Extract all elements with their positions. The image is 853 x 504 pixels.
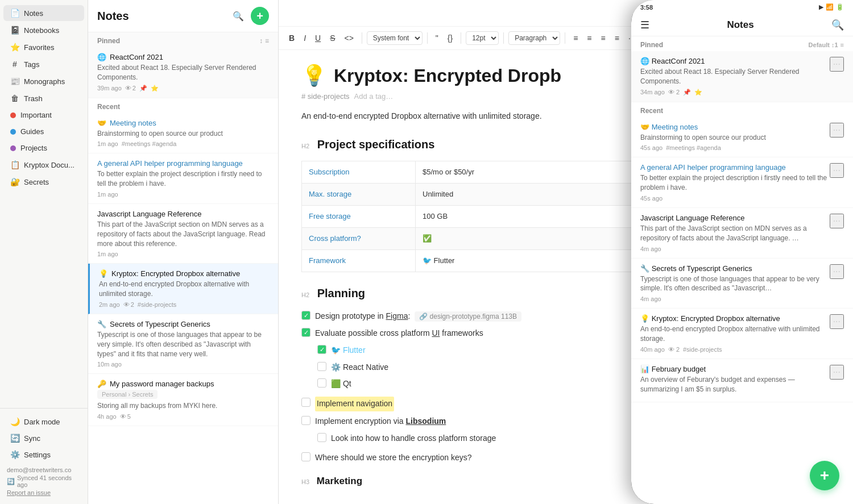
spec-key: Subscription [302, 161, 416, 183]
align-center-button[interactable]: ≡ [583, 31, 595, 45]
user-info: demo@streetwriters.co 🔄 Synced 41 second… [0, 463, 88, 499]
underline-button[interactable]: U [312, 31, 324, 45]
divider [461, 32, 461, 44]
mobile-note-api[interactable]: A general API helper programming languag… [631, 157, 853, 208]
sort-info[interactable]: Default ↕1 ≡ [809, 41, 844, 48]
menu-icon[interactable]: ☰ [640, 19, 649, 31]
note-title: 🤝 Meeting notes [97, 119, 269, 127]
mobile-note-title: 💡 Kryptox: Encrypted Dropbox alternative [640, 314, 830, 323]
add-note-button[interactable]: + [251, 7, 269, 25]
note-preview: Storing all my backups from MYKI here. [97, 401, 269, 411]
sidebar-item-sync[interactable]: 🔄 Sync [3, 430, 84, 446]
sidebar-item-notes[interactable]: 📄 Notes [3, 5, 84, 21]
mobile-note-js[interactable]: Javascript Language Reference This part … [631, 208, 853, 259]
checkbox-checked[interactable]: ✓ [301, 328, 310, 337]
sidebar-item-secrets[interactable]: 🔐 Secrets [3, 174, 84, 190]
mobile-more-button[interactable]: ··· [830, 314, 844, 329]
note-meta: 10m ago [97, 361, 269, 368]
mobile-note-content: 📊 February budget An overview of Feburar… [640, 365, 830, 397]
tag-side-projects[interactable]: # side-projects [301, 92, 350, 101]
quote-button[interactable]: " [432, 31, 442, 45]
sidebar-item-projects[interactable]: Projects [3, 140, 84, 156]
align-right-button[interactable]: ≡ [598, 31, 609, 45]
note-item-kryptox[interactable]: 💡 Kryptox: Encrypted Dropbox alternative… [88, 264, 278, 314]
notes-list-panel: Notes 🔍 + Pinned ↕ ≡ 🌐 ReactConf 2021 Ex… [88, 0, 279, 504]
note-meta: 2m ago 👁 2 #side-projects [99, 301, 269, 308]
mobile-note-preview: Typescript is one of those languages tha… [640, 274, 830, 294]
mobile-note-title: 🌐 ReactConf 2021 [640, 57, 830, 65]
justify-button[interactable]: ≡ [611, 31, 623, 45]
align-left-button[interactable]: ≡ [570, 31, 581, 45]
sidebar-item-important[interactable]: Important [3, 107, 84, 123]
bold-button[interactable]: B [285, 31, 298, 45]
checkbox-unchecked[interactable] [317, 378, 326, 388]
note-item-reactconf[interactable]: 🌐 ReactConf 2021 Excited about React 18.… [88, 47, 278, 98]
mobile-more-button[interactable]: ··· [830, 123, 844, 138]
mobile-note-ts[interactable]: 🔧 Secrets of Typescript Generics Typescr… [631, 259, 853, 309]
mobile-more-button[interactable]: ··· [830, 163, 844, 178]
sidebar-item-darkmode[interactable]: 🌙 Dark mode [3, 414, 84, 430]
mobile-fab-button[interactable]: + [810, 461, 839, 490]
note-item-js[interactable]: Javascript Language Reference This part … [88, 204, 278, 264]
font-selector[interactable]: System font [367, 31, 423, 45]
sort-controls[interactable]: ↕ ≡ [259, 37, 269, 45]
note-title[interactable]: Kryptox: Encrypted Dropb [334, 65, 561, 86]
mobile-note-reactconf[interactable]: 🌐 ReactConf 2021 Excited about React 18.… [631, 51, 853, 102]
note-meta: 1m ago [97, 191, 269, 198]
report-issue-link[interactable]: Report an issue [7, 489, 81, 496]
note-item-password[interactable]: 🔑 My password manager backups Personal ›… [88, 374, 278, 426]
checkbox-checked[interactable]: ✓ [317, 345, 326, 354]
mobile-status-bar: 3:58 ▶ 📶 🔋 [631, 0, 853, 14]
battery-icon: 🔋 [836, 3, 844, 11]
mobile-note-meta: 45s ago #meetings #agenda [640, 144, 830, 151]
checkbox-unchecked[interactable] [317, 362, 326, 371]
mobile-more-button[interactable]: ··· [830, 264, 844, 279]
checkbox-unchecked[interactable] [301, 398, 310, 407]
sidebar-item-trash[interactable]: 🗑 Trash [3, 90, 84, 106]
paragraph-selector[interactable]: Paragraph Heading 1 Heading 2 Heading 3 [508, 31, 560, 45]
mobile-more-button[interactable]: ··· [830, 365, 844, 380]
sidebar-item-favorites[interactable]: ⭐ Favorites [3, 39, 84, 55]
strikethrough-button[interactable]: S [326, 31, 338, 45]
checkbox-checked[interactable]: ✓ [301, 311, 310, 320]
note-item-typescript[interactable]: 🔧 Secrets of Typescript Generics Typescr… [88, 314, 278, 374]
codeblock-button[interactable]: {} [444, 31, 456, 45]
mobile-more-button[interactable]: ··· [830, 214, 844, 228]
mobile-overlay: 3:58 ▶ 📶 🔋 ☰ Notes 🔍 Pinned Default ↕1 ≡ [631, 0, 853, 504]
mobile-note-meeting[interactable]: 🤝 Meeting notes Brainstorming to open so… [631, 117, 853, 158]
mobile-search-icon[interactable]: 🔍 [831, 19, 844, 31]
mobile-note-kryptox[interactable]: 💡 Kryptox: Encrypted Dropbox alternative… [631, 309, 853, 359]
add-tag-prompt[interactable]: Add a tag… [354, 92, 394, 101]
sidebar-item-tags[interactable]: # Tags [3, 56, 84, 72]
sidebar-item-kryptox[interactable]: 📋 Kryptox Docu... [3, 157, 84, 173]
italic-button[interactable]: I [300, 31, 309, 45]
note-preview: This part of the JavaScript section on M… [97, 220, 269, 248]
note-preview: Brainstorming to open source our product [97, 129, 269, 139]
sidebar-item-notebooks[interactable]: 📓 Notebooks [3, 22, 84, 38]
mobile-title: Notes [727, 19, 753, 31]
sync-status: 🔄 Synced 41 seconds ago [7, 474, 81, 488]
note-item-meeting[interactable]: 🤝 Meeting notes Brainstorming to open so… [88, 113, 278, 154]
mobile-note-title: 📊 February budget [640, 365, 830, 373]
font-size-selector[interactable]: 12pt [466, 31, 499, 45]
tags-icon: # [10, 60, 19, 69]
checkbox-unchecked[interactable] [317, 433, 326, 442]
checkbox-unchecked[interactable] [301, 416, 310, 425]
mobile-more-button[interactable]: ··· [830, 57, 844, 72]
monographs-icon: 📰 [10, 77, 19, 86]
sidebar-item-settings[interactable]: ⚙️ Settings [3, 447, 84, 463]
breadcrumb: Personal › Secrets [97, 390, 158, 399]
sidebar-item-guides[interactable]: Guides [3, 124, 84, 139]
checkbox-unchecked[interactable] [301, 452, 310, 461]
secrets-icon: 🔐 [10, 177, 19, 186]
mobile-header: ☰ Notes 🔍 [631, 14, 853, 36]
note-title: Javascript Language Reference [97, 210, 269, 218]
note-item-api[interactable]: A general API helper programming languag… [88, 153, 278, 204]
mobile-note-preview: This part of the JavaScript section on M… [640, 224, 830, 243]
search-button[interactable]: 🔍 [230, 9, 246, 24]
divider [427, 32, 428, 44]
note-preview: Excited about React 18. Especially Serve… [97, 63, 269, 82]
sidebar-item-monographs[interactable]: 📰 Monographs [3, 73, 84, 89]
code-button[interactable]: <> [341, 31, 357, 45]
mobile-note-budget[interactable]: 📊 February budget An overview of Feburar… [631, 359, 853, 403]
